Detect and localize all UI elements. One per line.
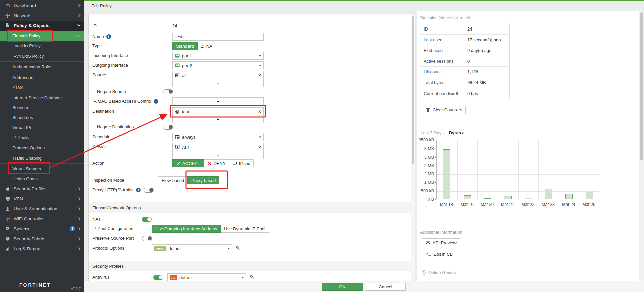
sidebar-item-network[interactable]: Network xyxy=(0,11,84,21)
stats-row-label: Active sessions xyxy=(420,56,463,66)
sidebar-item-protocol-options[interactable]: Protocol Options xyxy=(0,142,84,153)
sidebar-item-health-check[interactable]: Health Check xyxy=(0,174,84,184)
sidebar-item-label: VPN xyxy=(14,196,23,201)
additional-info-title: Additional Information xyxy=(420,230,462,235)
source-entry[interactable]: all × xyxy=(173,71,263,79)
service-value: ALL xyxy=(182,145,190,150)
proxy-http-toggle[interactable] xyxy=(144,188,154,193)
chevron-down-icon xyxy=(259,54,261,58)
chart-unit-dropdown[interactable]: Bytes xyxy=(449,130,464,135)
type-ztna-button[interactable]: ZTNA xyxy=(197,42,216,50)
remove-icon[interactable]: × xyxy=(258,145,261,150)
form-scrollbar[interactable] xyxy=(411,14,415,281)
edit-pencil-icon[interactable] xyxy=(236,244,240,252)
sidebar-item-local-in-policy[interactable]: Local In Policy xyxy=(0,41,84,51)
form-row-action: Action ACCEPT DENY IPsec xyxy=(92,159,254,167)
page-scrollbar-thumb[interactable] xyxy=(640,12,643,160)
gridline xyxy=(437,183,599,183)
sidebar-item-firewall-policy[interactable]: Firewall Policy xyxy=(0,31,84,41)
sidebar-item-internet-service-database[interactable]: Internet Service Database xyxy=(0,93,84,103)
service-entry[interactable]: ALL × xyxy=(173,143,263,151)
antivirus-select[interactable]: AV default xyxy=(167,273,246,281)
type-standard-button[interactable]: Standard xyxy=(172,42,198,50)
chevron-right-icon xyxy=(77,207,81,211)
sidebar-item-label: Security Profiles xyxy=(14,186,47,191)
add-destination-button[interactable]: + xyxy=(173,116,263,123)
action-ipsec-button[interactable]: IPsec xyxy=(229,159,254,167)
add-source-button[interactable]: + xyxy=(173,79,263,87)
chevron-down-icon xyxy=(228,247,230,250)
online-guides-link[interactable]: Online Guides xyxy=(421,270,456,275)
api-preview-button[interactable]: API Preview xyxy=(422,238,460,247)
sidebar-item-log-report[interactable]: Log & Report xyxy=(0,244,84,254)
sidebar-item-dashboard[interactable]: Dashboard xyxy=(0,1,84,11)
protocol-options-select[interactable]: PROT default xyxy=(152,244,232,252)
stats-row-value: 9 day(s) ago xyxy=(463,45,491,56)
sidebar-item-services[interactable]: Services xyxy=(0,103,84,113)
remove-icon[interactable]: × xyxy=(258,73,261,78)
action-accept-button[interactable]: ACCEPT xyxy=(172,159,204,167)
negate-source-toggle[interactable] xyxy=(163,89,173,94)
inspection-flow-button[interactable]: Flow-based xyxy=(158,176,188,184)
sidebar-item-authentication-rules[interactable]: Authentication Rules xyxy=(0,62,84,72)
clear-counters-button[interactable]: Clear Counters xyxy=(422,106,466,114)
type-segment: Standard ZTNA xyxy=(172,42,216,50)
traffic-chart: 3500 kB3 MB3 MB2 MB2 MB1 MB500 kB0 BMar … xyxy=(417,140,604,211)
question-circle-icon xyxy=(421,270,426,275)
y-axis-tick-label: 0 B xyxy=(417,197,434,202)
incoming-interface-select[interactable]: port1 xyxy=(172,52,264,60)
sidebar-item-traffic-shaping[interactable]: Traffic Shaping xyxy=(0,153,84,163)
stats-row: Hit count1,126 xyxy=(420,66,509,77)
sidebar-item-virtual-ips[interactable]: Virtual IPs xyxy=(0,123,84,133)
negate-destination-toggle[interactable] xyxy=(163,125,173,130)
gridline xyxy=(579,140,579,199)
sidebar-item-vpn[interactable]: VPN xyxy=(0,194,84,204)
action-label: Action xyxy=(92,159,172,167)
sidebar-item-ip-pools[interactable]: IP Pools xyxy=(0,132,84,142)
stats-table: ID24Last used17 second(s) agoFirst used9… xyxy=(420,23,510,99)
ip-pool-dynamic-button[interactable]: Use Dynamic IP Pool xyxy=(220,225,269,233)
gear-icon xyxy=(5,226,11,231)
sidebar-item-ztna[interactable]: ZTNA xyxy=(0,82,84,93)
preserve-port-toggle[interactable] xyxy=(142,236,152,241)
page-scrollbar[interactable] xyxy=(639,11,644,281)
cancel-button[interactable]: Cancel xyxy=(366,283,406,291)
x-axis-tick-label: Mar 22 xyxy=(518,202,538,207)
add-ipmac-button[interactable]: + xyxy=(173,98,263,105)
destination-entry[interactable]: test × xyxy=(173,108,263,116)
y-axis-tick xyxy=(435,140,436,140)
fabric-icon xyxy=(5,236,11,241)
sidebar-item-security-fabric[interactable]: Security Fabric xyxy=(0,234,84,244)
sidebar-item-system[interactable]: System1 xyxy=(0,224,84,234)
form-scrollbar-thumb[interactable] xyxy=(412,16,414,164)
chart-bar xyxy=(545,189,552,199)
action-deny-button[interactable]: DENY xyxy=(204,159,229,167)
nat-toggle[interactable] xyxy=(142,217,152,222)
ip-pool-outgoing-button[interactable]: Use Outgoing Interface Address xyxy=(152,225,221,233)
sidebar-item-wifi-controller[interactable]: WiFi Controller xyxy=(0,214,84,224)
sidebar-item-addresses[interactable]: Addresses xyxy=(0,73,84,83)
tab-bar: Edit Policy xyxy=(84,1,644,11)
add-service-button[interactable]: + xyxy=(173,151,263,159)
x-axis-tick-label: Mar 24 xyxy=(558,202,579,207)
sidebar-item-virtual-servers[interactable]: Virtual Servers xyxy=(0,164,84,174)
sidebar-item-label: User & Authentication xyxy=(14,206,57,211)
schedule-select[interactable]: always xyxy=(172,133,264,141)
name-input[interactable]: test xyxy=(172,33,264,41)
inspection-proxy-button[interactable]: Proxy-based xyxy=(187,176,219,184)
sidebar-item-schedules[interactable]: Schedules xyxy=(0,113,84,123)
favorite-star-icon[interactable] xyxy=(76,33,80,38)
edit-pencil-icon[interactable] xyxy=(250,273,254,281)
chevron-right-icon xyxy=(77,187,81,190)
ip-pool-label: IP Pool Configuration xyxy=(92,225,152,233)
edit-in-cli-button[interactable]: Edit in CLI xyxy=(422,250,457,258)
sidebar-item-security-profiles[interactable]: Security Profiles xyxy=(0,184,84,194)
outgoing-interface-select[interactable]: port2 xyxy=(172,61,264,69)
remove-icon[interactable]: × xyxy=(258,109,261,114)
sidebar-item-ipv4-dos-policy[interactable]: IPv4 DoS Policy xyxy=(0,51,84,61)
sidebar-item-policy-objects[interactable]: Policy & Objects xyxy=(0,21,84,31)
ok-button[interactable]: OK xyxy=(322,283,363,291)
antivirus-toggle[interactable] xyxy=(153,275,163,280)
sidebar-item-user-authentication[interactable]: User & Authentication xyxy=(0,204,84,214)
gridline xyxy=(538,140,539,199)
